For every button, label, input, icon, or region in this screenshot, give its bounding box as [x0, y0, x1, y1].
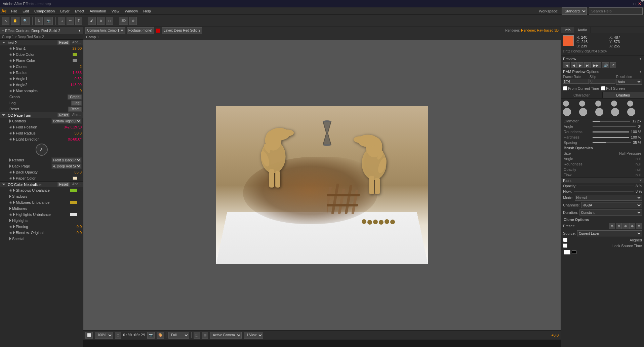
toolbar-eraser-btn[interactable]: ◻	[106, 17, 113, 25]
brush-preset-10[interactable]	[627, 108, 635, 116]
shadows-unbalance-swatch[interactable]	[70, 189, 77, 192]
radius-value[interactable]: 1,636	[72, 71, 82, 75]
opacity-slider[interactable]	[578, 186, 634, 186]
cube-color-collapse[interactable]	[13, 53, 15, 56]
fold-radius-collapse[interactable]	[13, 131, 15, 135]
diameter-bar[interactable]	[593, 121, 630, 122]
back-opacity-collapse[interactable]	[13, 170, 15, 174]
fit-to-view-btn[interactable]: ⊡	[115, 332, 121, 339]
bg-color-swatch[interactable]	[572, 250, 576, 254]
render-select[interactable]: Front & Back Page	[51, 157, 82, 163]
graph-btn[interactable]: Graph	[68, 94, 82, 100]
paint-opacity-value[interactable]: 8 %	[636, 184, 642, 188]
show-channel-btn[interactable]: 🎨	[157, 332, 164, 339]
prev-frame-btn[interactable]: ◀	[571, 62, 577, 68]
blend-wo-value[interactable]: 0,0	[77, 231, 82, 235]
pinning-value[interactable]: 0,0	[77, 225, 82, 229]
brush-preset-6[interactable]	[563, 108, 571, 116]
highlights-unbalance-swatch[interactable]	[70, 213, 77, 216]
character-tab[interactable]: Character	[561, 92, 603, 98]
play-btn[interactable]: ▶	[577, 62, 583, 68]
paint-flow-value[interactable]: 8 %	[636, 189, 642, 193]
paint-duration-select[interactable]: Constant	[579, 209, 642, 216]
lock-checkbox[interactable]	[563, 243, 567, 248]
plane-color-collapse[interactable]	[13, 59, 15, 62]
fold-pos-collapse[interactable]	[13, 125, 15, 129]
menu-animation[interactable]: Animation	[87, 8, 109, 14]
cc-page-about-btn[interactable]: Abo...	[72, 113, 81, 117]
cc-page-reset-btn[interactable]: Reset	[57, 113, 70, 117]
flow-slider[interactable]	[574, 191, 634, 192]
toolbar-clone-btn[interactable]: ⊕	[97, 17, 105, 25]
controls-collapse[interactable]	[9, 119, 11, 123]
bd-angle-value[interactable]: null	[636, 157, 641, 161]
back-page-select[interactable]: 4. Deep Red Solid	[51, 163, 82, 169]
search-help-input[interactable]	[589, 7, 643, 15]
blend-wo-collapse[interactable]	[13, 231, 15, 234]
back-opacity-value[interactable]: 85,0	[75, 170, 82, 174]
menu-composition[interactable]: Composition	[32, 8, 57, 14]
first-frame-btn[interactable]: |◀	[563, 62, 570, 68]
full-screen-checkbox[interactable]	[601, 86, 605, 90]
view-count-select[interactable]: 1 View	[244, 332, 263, 339]
special-collapse[interactable]	[9, 237, 11, 240]
menu-file[interactable]: File	[8, 8, 20, 14]
bd-size-value[interactable]: Null Pressure	[619, 151, 641, 155]
compass-dial[interactable]	[0, 142, 83, 157]
resolution-dropdown[interactable]: Auto	[616, 79, 642, 85]
bd-flow-value[interactable]: null	[636, 173, 641, 177]
cube-color-swatch[interactable]	[73, 53, 77, 56]
hardness-bar[interactable]	[593, 137, 629, 138]
menu-view[interactable]: View	[109, 8, 122, 14]
gain1-value[interactable]: 29,00	[72, 46, 82, 50]
toolbar-pen-btn[interactable]: ✏	[67, 17, 74, 25]
brushes-tab[interactable]: Brushes	[603, 92, 644, 98]
shadows-collapse[interactable]	[9, 195, 11, 198]
light-dir-collapse[interactable]	[13, 138, 15, 141]
bd-opacity-value[interactable]: null	[636, 167, 641, 171]
cc-color-reset-btn[interactable]: Reset	[57, 182, 70, 187]
pixel-aspect-btn[interactable]: ⊞	[202, 332, 208, 339]
reset-btn2[interactable]: Reset	[68, 107, 82, 112]
paper-color-collapse[interactable]	[13, 177, 15, 180]
max-samples-value[interactable]: 9	[80, 89, 82, 93]
midtones-unbalance-swatch[interactable]	[70, 201, 77, 204]
cc-color-about-btn[interactable]: Abo...	[72, 182, 81, 187]
comp1-label[interactable]: Comp 1	[86, 35, 99, 39]
viewer-layer-tab[interactable]: Layer: Deep Red Solid 2	[162, 27, 202, 34]
full-screen-label[interactable]: Full Screen	[601, 86, 625, 90]
ram-preview-menu[interactable]: ▼	[639, 70, 642, 73]
transparency-btn[interactable]: ⬚	[194, 332, 200, 339]
menu-edit[interactable]: Edit	[20, 8, 32, 14]
brush-preset-1[interactable]	[563, 101, 569, 107]
toolbar-rotate-btn[interactable]: ↻	[35, 17, 43, 25]
angle2-collapse[interactable]	[13, 83, 15, 86]
controls-select[interactable]: Bottom Right Corr	[51, 118, 82, 124]
cc-page-turn-collapse[interactable]	[2, 114, 5, 116]
from-current-checkbox[interactable]	[563, 86, 567, 90]
paper-color-picker[interactable]: ⋯	[78, 177, 82, 180]
spacing-bar[interactable]	[593, 142, 631, 143]
toolbar-zoom-btn[interactable]: 🔍	[21, 17, 30, 25]
preset-btn-2[interactable]: ⊕	[616, 223, 622, 229]
toolbar-brush-btn[interactable]: 🖌	[88, 17, 96, 25]
region-of-interest-btn[interactable]: ⬜	[85, 332, 93, 339]
pinning-collapse[interactable]	[13, 225, 15, 228]
toolbar-camera-btn[interactable]: 📷	[44, 17, 53, 25]
viewer-composition-tab[interactable]: Composition: Comp 1 ▼	[85, 27, 125, 34]
aligned-checkbox[interactable]	[563, 238, 567, 242]
brush-preset-8[interactable]	[595, 108, 603, 116]
preset-btn-1[interactable]: ⊕	[609, 223, 615, 229]
brush-preset-2[interactable]	[579, 101, 585, 107]
brush-preset-3[interactable]	[595, 101, 601, 107]
viewer-footage-tab[interactable]: Footage: (none)	[127, 27, 154, 34]
brush-preset-5[interactable]	[627, 101, 633, 107]
menu-window[interactable]: Window	[122, 8, 140, 14]
last-frame-btn[interactable]: ▶▶|	[592, 62, 601, 68]
test2-reset-btn[interactable]: Reset	[57, 40, 70, 45]
highlights-unbalance-collapse[interactable]	[13, 213, 15, 216]
fg-color-swatch[interactable]	[564, 250, 570, 255]
workspace-select[interactable]: Standard	[562, 7, 587, 15]
toolbar-text-btn[interactable]: T	[75, 17, 82, 25]
preset-btn-3[interactable]: ⊕	[622, 223, 629, 229]
